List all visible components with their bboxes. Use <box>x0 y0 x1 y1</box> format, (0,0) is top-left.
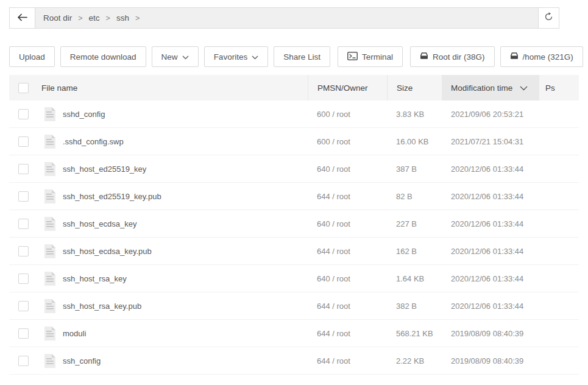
remote-download-button-label: Remote download <box>70 52 136 62</box>
toolbar: Upload Remote download New Favorites Sha… <box>9 46 583 67</box>
size-cell: 82 B <box>387 183 442 210</box>
row-checkbox[interactable] <box>18 301 29 311</box>
row-checkbox[interactable] <box>18 164 29 174</box>
arrow-left-icon <box>17 13 27 24</box>
file-name-link[interactable]: ssh_host_rsa_key.pub <box>63 302 141 311</box>
row-checkbox[interactable] <box>18 136 29 147</box>
breadcrumb-item-etc[interactable]: etc <box>89 13 100 23</box>
column-header-file-name[interactable]: File name <box>37 75 308 101</box>
ps-cell <box>539 101 579 127</box>
table-row: sshd_config 600 / root 3.83 KB 2021/09/0… <box>9 101 579 128</box>
file-name-link[interactable]: ssh_config <box>63 356 101 366</box>
file-name-cell: sshd_config <box>37 101 308 127</box>
file-name-link[interactable]: ssh_host_ecdsa_key.pub <box>63 247 152 256</box>
size-cell: 2.22 KB <box>387 347 442 374</box>
size-cell: 162 B <box>387 238 442 264</box>
breadcrumb-item-root-dir[interactable]: Root dir <box>43 13 72 23</box>
modification-time-cell: 2021/07/21 15:04:31 <box>442 128 539 155</box>
table-row: ssh_host_ed25519_key.pub 644 / root 82 B… <box>9 183 579 210</box>
row-checkbox[interactable] <box>18 246 29 256</box>
row-checkbox-cell <box>9 210 37 237</box>
file-icon <box>44 298 56 314</box>
hard-drive-icon <box>510 52 519 62</box>
share-list-button-label: Share List <box>283 52 321 62</box>
upload-button[interactable]: Upload <box>9 46 55 67</box>
file-name-cell: ssh_host_rsa_key <box>37 265 308 292</box>
hard-drive-icon <box>420 52 428 62</box>
pmsn-owner-cell: 640 / root <box>308 155 387 182</box>
home-disk-button-label: /home (321G) <box>523 52 573 62</box>
size-cell: 1.64 KB <box>387 265 442 292</box>
new-menu-button[interactable]: New <box>152 46 199 67</box>
pmsn-owner-cell: 640 / root <box>308 265 387 292</box>
file-name-link[interactable]: ssh_host_ed25519_key.pub <box>63 192 161 201</box>
row-checkbox-cell <box>9 238 37 264</box>
modification-time-cell: 2020/12/06 01:33:44 <box>442 265 539 292</box>
file-name-cell: .sshd_config.swp <box>37 128 308 155</box>
column-header-ps[interactable]: Ps <box>539 75 579 101</box>
modification-time-cell: 2020/12/06 01:33:44 <box>442 238 539 264</box>
pmsn-owner-cell: 640 / root <box>308 210 387 237</box>
ps-cell <box>539 292 579 319</box>
file-name-cell: ssh_host_ecdsa_key.pub <box>37 238 308 264</box>
row-checkbox[interactable] <box>18 219 29 229</box>
ps-cell <box>539 183 579 210</box>
select-all-checkbox[interactable] <box>18 83 29 93</box>
size-cell: 227 B <box>387 210 442 237</box>
terminal-button[interactable]: Terminal <box>338 46 403 67</box>
row-checkbox-cell <box>9 320 37 347</box>
file-icon <box>44 107 56 122</box>
ps-cell <box>539 265 579 292</box>
file-icon <box>44 353 56 369</box>
size-cell: 3.83 KB <box>387 101 442 127</box>
upload-button-label: Upload <box>19 52 45 62</box>
back-button[interactable] <box>10 8 35 28</box>
row-checkbox[interactable] <box>18 109 29 119</box>
file-name-link[interactable]: sshd_config <box>63 110 105 119</box>
table-row: moduli 644 / root 568.21 KB 2019/08/09 0… <box>9 320 579 347</box>
file-name-link[interactable]: .sshd_config.swp <box>63 137 124 146</box>
path-bar: Root dir > etc > ssh > <box>9 7 559 29</box>
row-checkbox-cell <box>9 347 37 374</box>
size-cell: 16.00 KB <box>387 128 442 155</box>
home-disk-button[interactable]: /home (321G) <box>500 46 583 67</box>
favorites-menu-button[interactable]: Favorites <box>204 46 269 67</box>
file-name-link[interactable]: ssh_host_ecdsa_key <box>63 219 136 228</box>
modification-time-cell: 2020/12/06 01:33:44 <box>442 155 539 182</box>
column-header-modification-time[interactable]: Modification time <box>442 75 539 101</box>
select-all-cell <box>9 75 37 101</box>
column-header-modification-time-label: Modification time <box>451 83 512 93</box>
root-disk-button[interactable]: Root dir (38G) <box>410 46 495 67</box>
row-checkbox[interactable] <box>18 274 29 284</box>
share-list-button[interactable]: Share List <box>274 46 330 67</box>
row-checkbox-cell <box>9 155 37 182</box>
file-name-link[interactable]: ssh_host_ed25519_key <box>63 164 146 174</box>
row-checkbox[interactable] <box>18 191 29 202</box>
row-checkbox[interactable] <box>18 328 29 339</box>
row-checkbox-cell <box>9 101 37 127</box>
column-header-size[interactable]: Size <box>387 75 442 101</box>
file-name-link[interactable]: ssh_host_rsa_key <box>63 274 127 283</box>
pmsn-owner-cell: 600 / root <box>308 101 387 127</box>
modification-time-cell: 2020/12/06 01:33:44 <box>442 292 539 319</box>
breadcrumb-separator: > <box>106 14 110 23</box>
row-checkbox[interactable] <box>18 356 29 366</box>
chevron-down-icon <box>182 52 189 62</box>
row-checkbox-cell <box>9 265 37 292</box>
ps-cell <box>539 238 579 264</box>
column-header-pmsn-owner[interactable]: PMSN/Owner <box>308 75 387 101</box>
file-name-cell: ssh_host_ed25519_key <box>37 155 308 182</box>
file-name-link[interactable]: moduli <box>63 329 86 338</box>
breadcrumb-item-ssh[interactable]: ssh <box>116 13 129 23</box>
file-name-cell: ssh_host_rsa_key.pub <box>37 292 308 319</box>
file-name-cell: ssh_config <box>37 347 308 374</box>
file-icon <box>44 244 56 259</box>
refresh-button[interactable] <box>538 8 559 28</box>
ps-cell <box>539 210 579 237</box>
pmsn-owner-cell: 644 / root <box>308 238 387 264</box>
breadcrumb-separator: > <box>78 14 82 23</box>
remote-download-button[interactable]: Remote download <box>60 46 146 67</box>
table-row: .sshd_config.swp 600 / root 16.00 KB 202… <box>9 128 579 155</box>
file-name-cell: ssh_host_ed25519_key.pub <box>37 183 308 210</box>
ps-cell <box>539 155 579 182</box>
